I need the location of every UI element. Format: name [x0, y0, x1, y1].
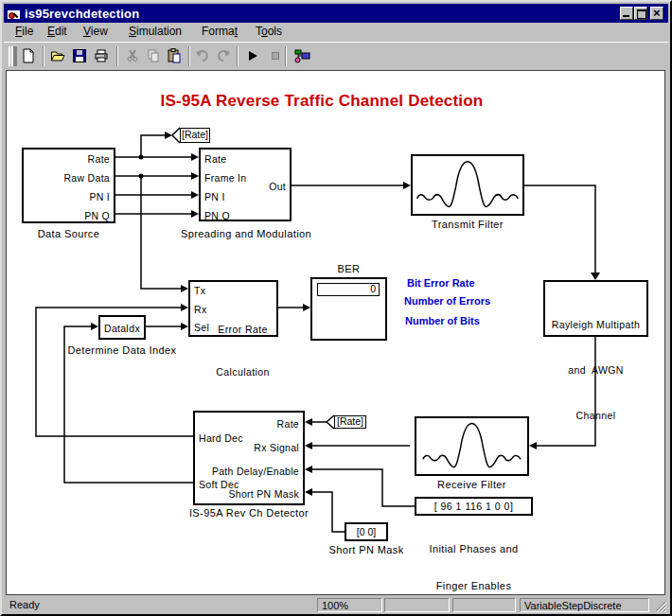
- save-button[interactable]: [69, 45, 90, 66]
- redo-button[interactable]: [213, 45, 234, 66]
- undo-button[interactable]: [192, 45, 213, 66]
- resize-grip[interactable]: [654, 600, 666, 612]
- copy-button[interactable]: [143, 45, 164, 66]
- menu-format[interactable]: Format: [202, 25, 238, 38]
- cut-button[interactable]: [122, 45, 143, 66]
- menu-bar: File Edit View Simulation Format Tools: [4, 23, 668, 42]
- status-bar: Ready 100% VariableStepDiscrete: [4, 597, 668, 614]
- status-solver: VariableStepDiscrete: [520, 598, 649, 612]
- ber-value-field: 0: [317, 283, 380, 296]
- is95a-detector-label: IS-95A Rev Ch Detector: [173, 507, 325, 519]
- impulse-response-icon: [416, 418, 527, 474]
- start-simulation-button[interactable]: [242, 45, 263, 66]
- impulse-response-icon: [413, 156, 522, 214]
- status-zoom: 100%: [317, 598, 382, 612]
- status-panel-3: [452, 598, 516, 612]
- new-button[interactable]: [18, 45, 39, 66]
- menu-view[interactable]: View: [83, 25, 108, 38]
- receive-filter-block[interactable]: [415, 416, 529, 476]
- copy-icon: [146, 48, 161, 63]
- menu-edit[interactable]: Edit: [47, 25, 67, 38]
- minimize-button[interactable]: [620, 7, 633, 20]
- simulink-model-icon: [7, 7, 21, 20]
- is95a-detector-block[interactable]: Rate Rx Signal Path Delay/Enable Short P…: [193, 411, 305, 505]
- transmit-filter-label: Transmit Filter: [411, 219, 524, 230]
- data-source-label: Data Source: [22, 228, 115, 239]
- receive-filter-label: Receive Filter: [415, 479, 529, 490]
- data-source-block[interactable]: Rate Raw Data PN I PN Q: [22, 148, 115, 223]
- error-rate-calculation-block[interactable]: Tx Rx Sel Error Rate Calculation: [188, 280, 278, 337]
- play-icon: [245, 48, 260, 63]
- determine-data-index-block[interactable]: Data Idx: [98, 315, 146, 340]
- menu-file[interactable]: File: [15, 25, 33, 38]
- undo-icon: [195, 48, 210, 63]
- spreading-modulation-block[interactable]: Rate Frame In PN I PN Q Out: [199, 148, 292, 221]
- status-ready: Ready: [9, 599, 40, 610]
- open-folder-icon: [50, 48, 65, 63]
- title-bar: is95revchdetection: [4, 4, 668, 23]
- initial-phases-constant-block[interactable]: [ 96 1 116 1 0 0]: [415, 497, 533, 516]
- status-panel-2: [384, 598, 450, 612]
- redo-icon: [216, 48, 231, 63]
- library-browser-button[interactable]: [292, 45, 312, 66]
- ber-display-title: BER: [310, 263, 387, 274]
- initial-phases-label-line2: Finger Enables: [415, 580, 533, 592]
- paste-clipboard-icon: [167, 48, 182, 63]
- model-canvas: IS-95A Reverse Traffic Channel Detection: [6, 70, 665, 595]
- transmit-filter-block[interactable]: [411, 154, 524, 216]
- spreading-modulation-label: Spreading and Modulation: [175, 228, 317, 239]
- menu-simulation[interactable]: Simulation: [129, 25, 182, 38]
- print-button[interactable]: [91, 45, 112, 66]
- short-pn-mask-constant-block[interactable]: [0 0]: [345, 522, 388, 541]
- window-title: is95revchdetection: [25, 7, 139, 21]
- paste-button[interactable]: [164, 45, 185, 66]
- determine-data-index-label: Determine Data Index: [56, 344, 188, 356]
- new-document-icon: [21, 48, 36, 63]
- save-floppy-icon: [72, 48, 87, 63]
- print-icon: [94, 48, 109, 63]
- toolbar: [4, 42, 668, 69]
- ber-display-block[interactable]: 0: [310, 277, 387, 341]
- short-pn-mask-label: Short PN Mask: [319, 544, 414, 555]
- from-rate-tag[interactable]: [Rate]: [334, 415, 366, 429]
- toolbar-grip[interactable]: [9, 46, 15, 66]
- close-button[interactable]: [650, 7, 663, 20]
- goto-rate-tag[interactable]: [Rate]: [180, 128, 210, 143]
- stop-icon: [268, 48, 283, 63]
- simulink-model-window: is95revchdetection File Edit View Simula…: [0, 0, 672, 616]
- cut-scissors-icon: [125, 48, 140, 63]
- maximize-button[interactable]: [634, 7, 647, 20]
- library-browser-icon: [293, 48, 310, 63]
- annotation-bit-error-rate[interactable]: Bit Error Rate: [407, 277, 475, 289]
- open-button[interactable]: [47, 45, 68, 66]
- initial-phases-label-line1: Initial Phases and: [415, 543, 533, 555]
- rayleigh-channel-block[interactable]: Rayleigh Multipath and AWGN Channel: [543, 280, 648, 337]
- annotation-number-of-errors[interactable]: Number of Errors: [404, 295, 490, 307]
- menu-tools[interactable]: Tools: [256, 25, 282, 38]
- annotation-number-of-bits[interactable]: Number of Bits: [405, 315, 480, 326]
- stop-simulation-button[interactable]: [265, 45, 286, 66]
